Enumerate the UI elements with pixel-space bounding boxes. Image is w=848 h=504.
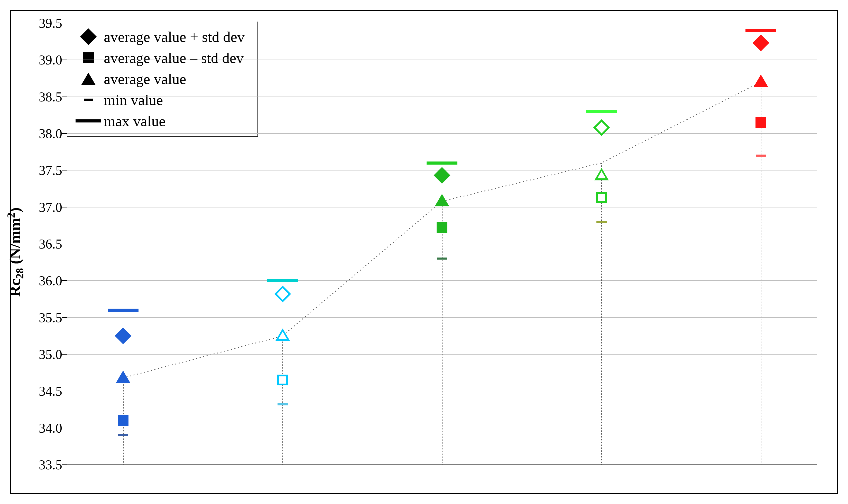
max-value-marker	[427, 162, 457, 165]
avg-minus-std-marker	[277, 375, 288, 385]
avg-value-marker	[594, 168, 609, 180]
avg-value-marker	[435, 194, 449, 206]
legend-entry: average value	[73, 68, 245, 89]
plot-area: average value + std dev average value – …	[67, 23, 817, 465]
avg-plus-std-marker	[274, 286, 291, 302]
y-tick-label: 39.5	[26, 16, 67, 31]
drop-line	[282, 336, 283, 465]
y-tick-label: 34.5	[26, 383, 67, 399]
drop-line	[442, 201, 443, 465]
avg-value-marker	[275, 329, 290, 341]
drop-line	[761, 82, 761, 465]
avg-value-marker	[754, 75, 768, 87]
triangle-icon	[73, 73, 104, 85]
y-tick-label: 33.5	[26, 457, 67, 472]
avg-minus-std-marker	[756, 117, 766, 128]
avg-plus-std-marker	[433, 167, 450, 184]
y-tick-label: 37.5	[26, 163, 67, 178]
min-value-marker	[756, 155, 766, 157]
max-value-marker	[108, 309, 139, 312]
legend-label: average value + std dev	[104, 28, 245, 46]
avg-minus-std-marker	[437, 222, 447, 233]
gridline	[67, 23, 817, 23]
min-value-marker	[596, 221, 607, 223]
drop-line	[601, 163, 602, 465]
legend-label: max value	[104, 112, 166, 130]
avg-minus-std-marker	[118, 415, 128, 426]
y-tick-label: 35.0	[26, 347, 67, 362]
max-value-marker	[745, 29, 776, 32]
chart-container: Rc28 (N/mm2) average value + std dev ave…	[0, 0, 848, 504]
legend-label: average value	[104, 70, 186, 88]
avg-plus-std-marker	[115, 328, 131, 344]
avg-plus-std-marker	[752, 35, 769, 51]
gridline	[67, 59, 817, 60]
legend-entry: average value + std dev	[73, 26, 245, 47]
gridline	[67, 133, 817, 134]
diamond-icon	[73, 31, 104, 42]
max-value-marker	[267, 279, 298, 282]
min-value-marker	[118, 434, 128, 436]
y-tick-label: 36.0	[26, 273, 67, 288]
legend-entry: max value	[73, 110, 245, 131]
y-tick-label: 38.5	[26, 89, 67, 104]
legend-label: min value	[104, 91, 163, 109]
legend: average value + std dev average value – …	[67, 22, 258, 137]
y-tick-label: 36.5	[26, 236, 67, 252]
legend-entry: average value – std dev	[73, 47, 245, 68]
avg-minus-std-marker	[596, 192, 607, 203]
y-axis-title: Rc28 (N/mm2)	[5, 208, 26, 297]
y-tick-label: 35.5	[26, 310, 67, 325]
y-tick-label: 38.0	[26, 126, 67, 141]
gridline	[67, 96, 817, 97]
square-icon	[73, 52, 104, 63]
y-tick-label: 34.0	[26, 420, 67, 435]
avg-value-marker	[116, 371, 130, 383]
legend-entry: min value	[73, 89, 245, 110]
min-value-marker	[278, 403, 288, 406]
max-bar-icon	[73, 120, 104, 123]
legend-label: average value – std dev	[104, 49, 244, 67]
min-bar-icon	[73, 98, 104, 101]
y-tick-label: 37.0	[26, 199, 67, 215]
y-tick-label: 39.0	[26, 52, 67, 68]
min-value-marker	[437, 257, 447, 259]
max-value-marker	[586, 110, 617, 113]
